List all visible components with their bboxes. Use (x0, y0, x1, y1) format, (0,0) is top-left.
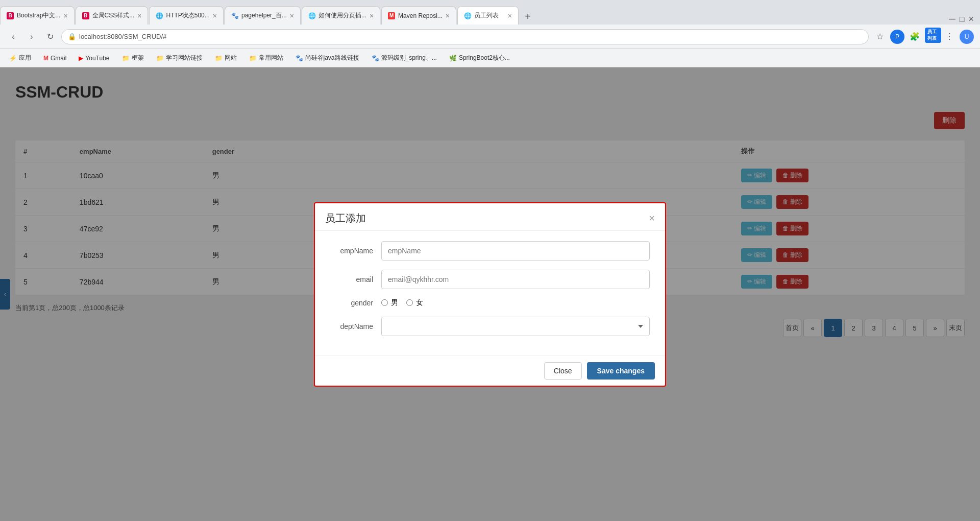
email-input[interactable] (381, 270, 650, 289)
gmail-icon: M (43, 55, 48, 62)
bookmark-framework[interactable]: 📁 框架 (119, 53, 147, 63)
extensions-icon[interactable]: 🧩 (908, 30, 922, 44)
tab-close-icon[interactable]: × (370, 12, 374, 20)
gender-row: gender 男 女 (330, 298, 650, 307)
bookmark-youtube[interactable]: ▶ YouTube (76, 54, 112, 63)
bookmark-label: 应用 (19, 54, 31, 62)
empname-label: empName (330, 247, 381, 255)
bookmark-label: Gmail (51, 55, 66, 62)
modal-body: empName email gender 男 (315, 231, 665, 356)
gender-female-radio[interactable]: 女 (406, 298, 423, 307)
youtube-icon: ▶ (79, 55, 83, 62)
tab-label: HTTP状态500... (166, 11, 209, 20)
apps-icon: ⚡ (9, 55, 17, 62)
tab-close-icon[interactable]: × (213, 12, 217, 20)
gender-label: gender (330, 299, 381, 307)
add-employee-modal: 员工添加 × empName email gender (314, 202, 666, 387)
refresh-button[interactable]: ↻ (43, 30, 57, 44)
lock-icon: 🔒 (68, 33, 76, 40)
folder-icon: 📁 (156, 55, 164, 62)
tab-pagination[interactable]: 🌐 如何使用分页插... × (302, 6, 380, 25)
bookmark-label: SpringBoot2核心... (459, 54, 510, 62)
bookmark-website[interactable]: 📁 网站 (212, 53, 240, 63)
tab-favicon: 🌐 (308, 12, 315, 19)
gender-male-radio[interactable]: 男 (381, 298, 398, 307)
bookmark-source[interactable]: 🐾 源码级别_spring、... (369, 53, 440, 63)
tab-favicon: M (388, 12, 395, 19)
tab-favicon: B (82, 12, 89, 19)
bookmark-apps[interactable]: ⚡ 应用 (6, 53, 34, 63)
bookmark-label: 网站 (225, 54, 237, 62)
browser-chrome: B Bootstrap中文... × B 全局CSS样式... × 🌐 HTTP… (0, 0, 980, 67)
close-browser-button[interactable]: × (968, 14, 974, 25)
tab-label: 全局CSS样式... (92, 11, 135, 20)
modal-close-x-button[interactable]: × (649, 212, 655, 224)
tab-close-icon[interactable]: × (508, 12, 512, 20)
tab-emp-list[interactable]: 🌐 员工列表 × (457, 6, 519, 25)
deptname-row: deptName (330, 317, 650, 336)
bookmark-label: YouTube (85, 55, 109, 62)
bookmark-common[interactable]: 📁 常用网站 (246, 53, 286, 63)
tab-css[interactable]: B 全局CSS样式... × (76, 6, 149, 25)
modal-title: 员工添加 (325, 211, 366, 225)
gender-male-input[interactable] (381, 299, 388, 306)
empname-row: empName (330, 241, 650, 260)
tab-maven[interactable]: M Maven Reposi... × (381, 6, 456, 25)
new-badge-container: ⬇ 员工列表 (925, 30, 939, 44)
deptname-select[interactable] (381, 317, 650, 336)
modal-footer: Close Save changes (315, 356, 665, 386)
tab-favicon: 🌐 (464, 12, 471, 19)
spring-icon: 🌿 (449, 55, 457, 62)
tab-pagehelper[interactable]: 🐾 pagehelper_百... × (225, 6, 301, 25)
bookmark-learn[interactable]: 📁 学习网站链接 (153, 53, 206, 63)
folder-icon: 📁 (249, 55, 257, 62)
empname-input[interactable] (381, 241, 650, 260)
bookmark-springboot[interactable]: 🌿 SpringBoot2核心... (446, 53, 513, 63)
tab-close-icon[interactable]: × (446, 12, 450, 20)
bookmark-label: 尚硅谷java路线链接 (305, 54, 359, 62)
email-label: email (330, 275, 381, 283)
gender-radio-group: 男 女 (381, 298, 650, 307)
address-text: localhost:8080/SSM_CRUD/# (79, 33, 166, 40)
maximize-button[interactable]: □ (960, 15, 965, 24)
bookmark-label: 源码级别_spring、... (381, 54, 437, 62)
tab-bootstrap[interactable]: B Bootstrap中文... × (0, 6, 75, 25)
toolbar-actions: ☆ P 🧩 ⬇ 员工列表 ⋮ U (873, 30, 974, 44)
browser-toolbar: ‹ › ↻ 🔒 localhost:8080/SSM_CRUD/# ☆ P 🧩 … (0, 25, 980, 49)
silicon-icon: 🐾 (296, 55, 303, 62)
tab-close-icon[interactable]: × (63, 12, 67, 20)
email-row: email (330, 270, 650, 289)
tab-label: pagehelper_百... (241, 11, 287, 20)
bookmark-silicon[interactable]: 🐾 尚硅谷java路线链接 (292, 53, 362, 63)
modal-header: 员工添加 × (315, 203, 665, 231)
gender-female-input[interactable] (406, 299, 413, 306)
tab-http500[interactable]: 🌐 HTTP状态500... × (149, 6, 224, 25)
back-button[interactable]: ‹ (6, 30, 20, 44)
minimize-button[interactable]: ─ (949, 14, 955, 25)
more-options-icon[interactable]: ⋮ (942, 30, 957, 44)
forward-button[interactable]: › (24, 30, 39, 44)
modal-overlay: 员工添加 × empName email gender (0, 67, 980, 521)
tab-bar: B Bootstrap中文... × B 全局CSS样式... × 🌐 HTTP… (0, 0, 980, 25)
deptname-label: deptName (330, 322, 381, 330)
close-button[interactable]: Close (544, 362, 582, 380)
tab-favicon: 🌐 (156, 12, 163, 19)
tab-label: Maven Reposi... (398, 12, 443, 19)
folder-icon: 📁 (215, 55, 223, 62)
tab-favicon: 🐾 (231, 12, 238, 19)
tab-close-icon[interactable]: × (290, 12, 294, 20)
new-tab-button[interactable]: + (520, 8, 536, 25)
profile-icon[interactable]: P (890, 30, 904, 44)
tab-label: 如何使用分页插... (318, 11, 366, 20)
bookmark-gmail[interactable]: M Gmail (40, 54, 69, 63)
bookmark-label: 框架 (132, 54, 144, 62)
source-icon: 🐾 (372, 55, 379, 62)
user-avatar[interactable]: U (960, 30, 974, 44)
bookmark-label: 常用网站 (259, 54, 283, 62)
tab-close-icon[interactable]: × (137, 12, 141, 20)
bookmark-star-icon[interactable]: ☆ (873, 30, 887, 44)
address-bar[interactable]: 🔒 localhost:8080/SSM_CRUD/# (61, 29, 869, 44)
tab-favicon: B (7, 12, 14, 19)
save-changes-button[interactable]: Save changes (587, 362, 655, 380)
folder-icon: 📁 (122, 55, 130, 62)
